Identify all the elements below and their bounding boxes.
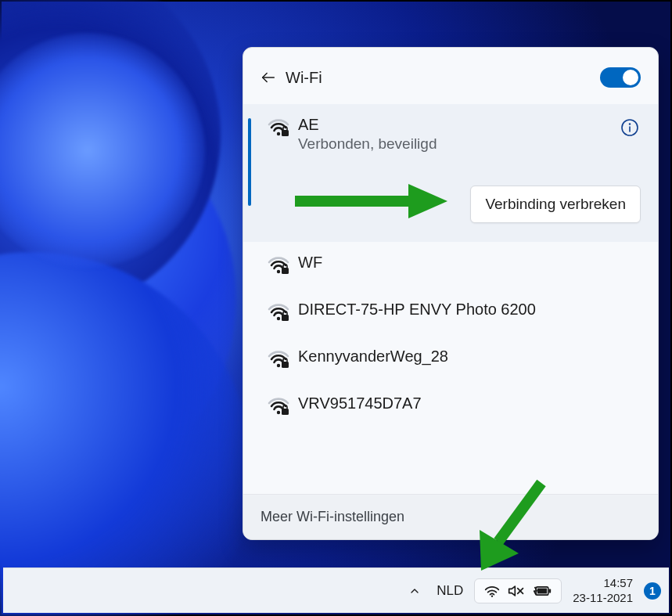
network-name: VRV951745D7A7 (298, 394, 641, 412)
info-icon (620, 118, 639, 137)
network-status: Verbonden, beveiligd (298, 135, 641, 153)
battery-charging-icon (533, 585, 552, 597)
wifi-secure-icon (267, 395, 290, 416)
network-item[interactable]: KennyvanderWeg_28 (243, 336, 658, 383)
network-item-connected[interactable]: AE Verbonden, beveiligd Verbinding verbr… (243, 104, 658, 242)
svg-point-6 (277, 270, 280, 273)
svg-point-8 (277, 317, 280, 320)
wifi-secure-icon (267, 348, 290, 369)
desktop: Wi-Fi AE Verbonden, (0, 0, 672, 616)
clock-date-value: 23-11-2021 (573, 591, 633, 606)
svg-rect-19 (549, 589, 552, 593)
tray-overflow-button[interactable] (404, 580, 426, 602)
network-name: AE (298, 115, 641, 134)
clock-time: 14:57 (573, 576, 633, 591)
svg-rect-9 (282, 315, 289, 321)
back-button[interactable] (253, 62, 284, 93)
network-item[interactable]: DIRECT-75-HP ENVY Photo 6200 (243, 289, 658, 336)
svg-point-14 (491, 595, 493, 596)
network-name: KennyvanderWeg_28 (298, 347, 641, 366)
disconnect-button[interactable]: Verbinding verbreken (470, 186, 641, 223)
svg-marker-15 (509, 586, 516, 596)
network-item[interactable]: WF (243, 242, 658, 289)
wifi-secure-icon (267, 254, 290, 275)
wifi-toggle[interactable] (600, 67, 641, 88)
svg-point-10 (277, 364, 280, 367)
svg-point-5 (629, 123, 631, 124)
notification-badge[interactable]: 1 (644, 582, 661, 600)
svg-rect-7 (282, 268, 289, 274)
quick-settings-button[interactable] (474, 578, 562, 603)
network-name: WF (298, 253, 641, 272)
more-wifi-settings-link[interactable]: Meer Wi-Fi-instellingen (243, 494, 658, 539)
chevron-up-icon (408, 585, 421, 597)
network-name: DIRECT-75-HP ENVY Photo 6200 (298, 300, 641, 319)
svg-point-12 (277, 411, 280, 414)
wifi-icon (484, 584, 500, 598)
taskbar: NLD 14:57 23-11-2021 1 (3, 567, 669, 613)
volume-mute-icon (508, 584, 525, 598)
wifi-secure-icon (267, 301, 290, 322)
panel-title: Wi-Fi (286, 69, 600, 87)
network-item[interactable]: VRV951745D7A7 (243, 383, 658, 430)
network-info-button[interactable] (619, 117, 641, 139)
wifi-flyout-panel: Wi-Fi AE Verbonden, (243, 47, 659, 540)
language-indicator[interactable]: NLD (430, 583, 469, 599)
network-list: AE Verbonden, beveiligd Verbinding verbr… (243, 104, 658, 494)
svg-rect-20 (537, 588, 547, 593)
svg-rect-13 (282, 409, 289, 415)
svg-rect-11 (282, 362, 289, 368)
panel-header: Wi-Fi (243, 48, 658, 104)
svg-point-1 (277, 132, 280, 135)
clock-date[interactable]: 14:57 23-11-2021 (566, 576, 639, 606)
wifi-secure-icon (267, 117, 290, 137)
arrow-left-icon (260, 69, 277, 86)
svg-rect-2 (282, 130, 289, 136)
